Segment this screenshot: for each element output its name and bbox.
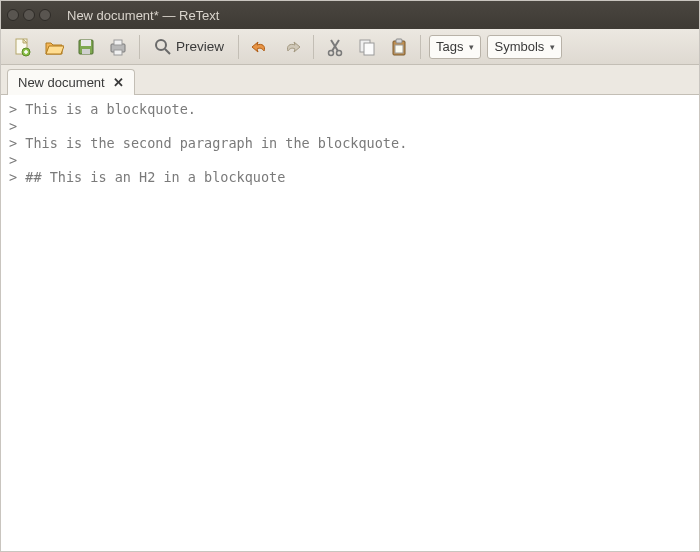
svg-line-9 [165, 49, 170, 54]
print-button[interactable] [105, 34, 131, 60]
new-file-button[interactable] [9, 34, 35, 60]
svg-rect-17 [396, 39, 402, 43]
new-file-icon [12, 37, 32, 57]
editor-line: > ## This is an H2 in a blockquote [9, 169, 691, 186]
preview-button[interactable]: Preview [148, 34, 230, 60]
tab-label: New document [18, 75, 105, 90]
close-tab-button[interactable]: ✕ [113, 75, 124, 90]
print-icon [108, 37, 128, 57]
tabbar: New document ✕ [1, 65, 699, 95]
toolbar-separator [313, 35, 314, 59]
titlebar: New document* — ReText [1, 1, 699, 29]
tags-dropdown[interactable]: Tags ▾ [429, 35, 481, 59]
save-icon [76, 37, 96, 57]
open-file-button[interactable] [41, 34, 67, 60]
tags-dropdown-label: Tags [436, 39, 463, 54]
tab-document[interactable]: New document ✕ [7, 69, 135, 95]
toolbar: Preview Tags ▾ Symbols ▾ [1, 29, 699, 65]
copy-icon [357, 37, 377, 57]
svg-rect-18 [395, 45, 403, 53]
editor-area[interactable]: > This is a blockquote.>> This is the se… [1, 95, 699, 551]
redo-icon [282, 37, 302, 57]
save-file-button[interactable] [73, 34, 99, 60]
magnifier-icon [154, 38, 172, 56]
undo-button[interactable] [247, 34, 273, 60]
paste-icon [389, 37, 409, 57]
open-folder-icon [44, 37, 64, 57]
svg-rect-7 [114, 50, 122, 55]
svg-rect-15 [364, 43, 374, 55]
preview-label: Preview [176, 39, 224, 54]
chevron-down-icon: ▾ [469, 42, 474, 52]
toolbar-separator [238, 35, 239, 59]
editor-line: > This is the second paragraph in the bl… [9, 135, 691, 152]
close-window-button[interactable] [7, 9, 19, 21]
minimize-window-button[interactable] [23, 9, 35, 21]
undo-icon [250, 37, 270, 57]
editor-line: > [9, 118, 691, 135]
symbols-dropdown-label: Symbols [494, 39, 544, 54]
cut-icon [325, 37, 345, 57]
svg-rect-4 [82, 49, 90, 54]
chevron-down-icon: ▾ [550, 42, 555, 52]
symbols-dropdown[interactable]: Symbols ▾ [487, 35, 562, 59]
paste-button[interactable] [386, 34, 412, 60]
app-window: New document* — ReText Preview [0, 0, 700, 552]
svg-rect-6 [114, 40, 122, 45]
svg-point-8 [156, 40, 166, 50]
maximize-window-button[interactable] [39, 9, 51, 21]
toolbar-separator [420, 35, 421, 59]
toolbar-separator [139, 35, 140, 59]
svg-point-13 [337, 50, 342, 55]
redo-button[interactable] [279, 34, 305, 60]
window-controls [7, 9, 51, 21]
copy-button[interactable] [354, 34, 380, 60]
window-title: New document* — ReText [67, 8, 219, 23]
svg-rect-3 [81, 40, 91, 46]
cut-button[interactable] [322, 34, 348, 60]
svg-point-12 [329, 50, 334, 55]
editor-line: > [9, 152, 691, 169]
editor-line: > This is a blockquote. [9, 101, 691, 118]
